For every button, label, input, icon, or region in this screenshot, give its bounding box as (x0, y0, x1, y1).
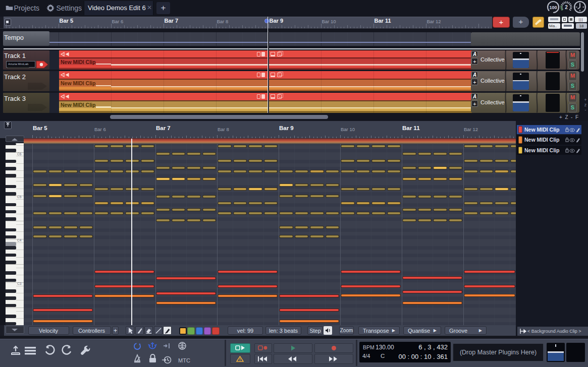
svg-text:100: 100 (549, 5, 557, 10)
svg-text:MTC: MTC (178, 357, 190, 363)
svg-text:2: 2 (565, 5, 568, 10)
